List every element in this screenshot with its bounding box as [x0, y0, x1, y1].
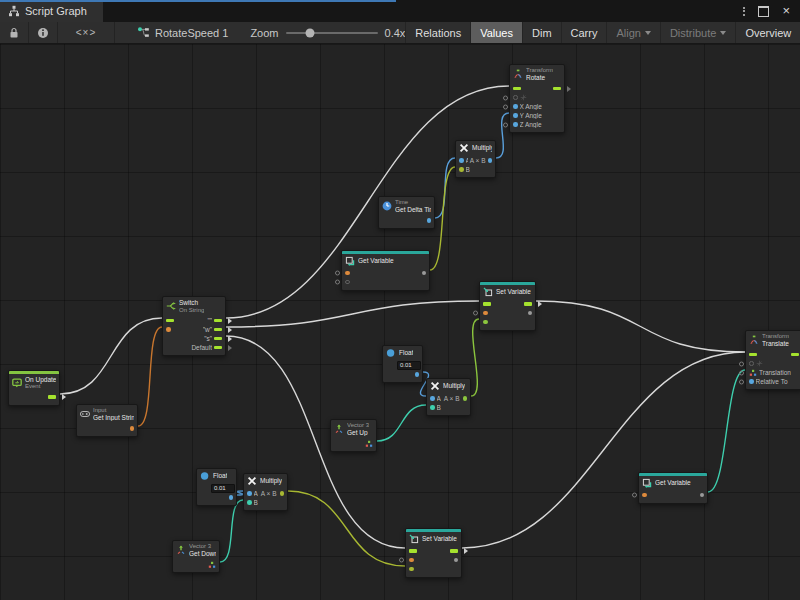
zoom-label: Zoom [250, 27, 278, 39]
port-dot[interactable] [345, 271, 350, 276]
port-flow[interactable] [524, 302, 532, 306]
toolbar-button-overview[interactable]: Overview [735, 22, 800, 43]
flow-arrow-icon [538, 301, 542, 307]
port-dot[interactable] [166, 327, 171, 332]
port-dot[interactable] [415, 372, 420, 377]
port-w[interactable] [214, 328, 222, 332]
node-on-update[interactable]: On UpdateEvent [8, 370, 60, 406]
wire [60, 318, 162, 394]
toolbar-button-relations[interactable]: Relations [405, 22, 470, 43]
port-dot[interactable] [642, 493, 647, 498]
info-button[interactable] [29, 22, 58, 43]
port-dot[interactable] [280, 491, 285, 496]
port-dot[interactable] [463, 396, 468, 401]
toolbar-button-align[interactable]: Align [606, 22, 659, 43]
node-title: On Update [25, 376, 56, 384]
port-z-angle[interactable] [513, 122, 518, 127]
zoom-control: Zoom 0.4x [250, 22, 405, 43]
port-dot[interactable] [488, 158, 493, 163]
port-dot[interactable] [345, 280, 350, 285]
port-dot[interactable] [483, 311, 488, 316]
node-get-variable-top[interactable]: Get Variable [341, 250, 430, 291]
port-b[interactable] [247, 500, 252, 505]
port-b[interactable] [430, 405, 435, 410]
lock-button[interactable] [0, 22, 29, 43]
maximize-icon[interactable] [758, 6, 769, 17]
port-flow[interactable] [483, 302, 491, 306]
port-dot[interactable] [483, 320, 488, 325]
port-b[interactable] [459, 167, 464, 172]
port-dot[interactable] [700, 493, 705, 498]
value-field[interactable]: 0.01 [211, 484, 235, 493]
port-dot[interactable] [409, 558, 414, 563]
node-float-mid[interactable]: Float0.01 [382, 345, 423, 383]
port-y-angle[interactable] [513, 113, 518, 118]
toolbar-button-values[interactable]: Values [470, 22, 522, 43]
node-switch-on-string[interactable]: SwitchOn String"""w""s"Default [162, 296, 226, 356]
multiply-icon [459, 143, 469, 153]
button-label: Carry [571, 27, 598, 39]
port-a[interactable] [247, 491, 252, 496]
port-vec[interactable] [365, 440, 373, 448]
port-flow[interactable] [553, 87, 561, 91]
port-dot[interactable] [409, 567, 414, 572]
toolbar-button-dim[interactable]: Dim [522, 22, 561, 43]
node-get-input-string[interactable]: InputGet Input String [76, 404, 138, 437]
wire [220, 500, 243, 562]
port-[interactable] [214, 319, 222, 323]
node-get-delta-time[interactable]: TimeGet Delta Time [378, 196, 435, 229]
port-vec[interactable] [208, 561, 216, 569]
port-dot[interactable] [513, 95, 518, 100]
port-label: "w" [203, 326, 212, 333]
breadcrumb[interactable]: RotateSpeed 1 [115, 22, 228, 43]
port-dot[interactable] [427, 218, 432, 223]
value-field[interactable]: 0.01 [397, 361, 421, 370]
port-dot[interactable] [454, 558, 459, 563]
code-view-button[interactable]: <×> [58, 22, 115, 43]
node-multiply-top[interactable]: MultiplyAA × BB [455, 140, 496, 178]
port-relative-to[interactable] [749, 379, 754, 384]
port-s[interactable] [214, 337, 222, 341]
port-label: Y Angle [520, 112, 542, 119]
toolbar-button-distribute[interactable]: Distribute [660, 22, 735, 43]
node-vector3-get-up[interactable]: Vector 3Get Up [330, 419, 377, 452]
port-dot[interactable] [749, 361, 754, 366]
port-translation[interactable] [749, 369, 757, 377]
port-dot[interactable] [229, 495, 234, 500]
port-default[interactable] [214, 346, 222, 350]
port-flow[interactable] [749, 353, 757, 357]
port-a[interactable] [459, 158, 464, 163]
node-multiply-mid[interactable]: MultiplyAA × BB [426, 378, 471, 416]
zoom-slider[interactable] [286, 32, 378, 34]
port-dot[interactable] [422, 271, 427, 276]
port-flow[interactable] [450, 549, 458, 553]
node-translate[interactable]: TransformTranslateTranslationRelative To [745, 330, 800, 390]
graph-canvas[interactable]: TransformRotateX AngleY AngleZ AngleMult… [0, 44, 800, 600]
tab-script-graph[interactable]: Script Graph [0, 0, 103, 22]
node-get-variable-right[interactable]: Get Variable [638, 472, 708, 504]
node-set-variable-mid[interactable]: Set Variable [479, 281, 536, 331]
node-vector3-get-down[interactable]: Vector 3Get Down [172, 540, 220, 573]
port-flow[interactable] [513, 87, 521, 91]
node-rotate[interactable]: TransformRotateX AngleY AngleZ Angle [509, 64, 565, 133]
clock-icon [382, 201, 392, 211]
toolbar-button-carry[interactable]: Carry [561, 22, 607, 43]
port-label: B [254, 499, 258, 506]
port-dot[interactable] [528, 311, 533, 316]
wire [288, 491, 405, 566]
port-a[interactable] [430, 396, 435, 401]
port-flow[interactable] [48, 395, 56, 399]
port-dot[interactable] [130, 426, 135, 431]
port-flow[interactable] [166, 319, 174, 323]
node-title: Event [25, 383, 56, 390]
node-multiply-bot[interactable]: MultiplyAA × BB [243, 473, 288, 511]
port-flow[interactable] [409, 549, 417, 553]
zoom-slider-handle[interactable] [306, 28, 315, 37]
port-flow[interactable] [791, 353, 799, 357]
close-icon[interactable]: × [782, 6, 790, 16]
node-title: Multiply [260, 477, 282, 485]
menu-dots-icon[interactable] [743, 7, 745, 16]
port-x-angle[interactable] [513, 104, 518, 109]
node-float-bot[interactable]: Float0.01 [196, 468, 237, 506]
node-set-variable-bot[interactable]: Set Variable [405, 528, 462, 578]
